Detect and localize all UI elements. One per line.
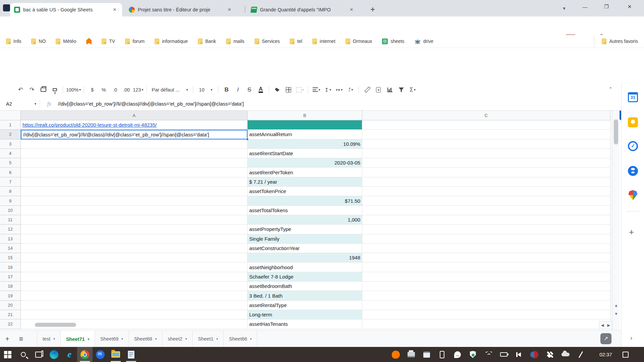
- insert-comment-button[interactable]: +: [373, 85, 383, 95]
- cell[interactable]: 2020-03-05: [248, 158, 362, 168]
- row-header[interactable]: 6: [0, 168, 21, 177]
- borders-button[interactable]: [283, 85, 293, 95]
- printer-tray-icon[interactable]: [406, 347, 417, 362]
- cell[interactable]: assetNeighborhood: [248, 263, 362, 272]
- new-tab-button[interactable]: +: [368, 5, 378, 15]
- cell[interactable]: 1,000: [248, 215, 362, 225]
- calendar-icon[interactable]: 31: [628, 92, 638, 102]
- thunderbird-icon[interactable]: [93, 347, 108, 362]
- cell[interactable]: [21, 225, 248, 234]
- side-panel-collapse-chevron[interactable]: ›: [630, 334, 632, 342]
- cell[interactable]: [362, 196, 610, 205]
- cell[interactable]: [362, 130, 610, 139]
- scroll-up-icon[interactable]: ▲: [612, 303, 620, 307]
- scroll-left-icon[interactable]: ◀: [601, 323, 604, 327]
- row-header[interactable]: 18: [0, 282, 21, 291]
- cell[interactable]: [362, 319, 610, 329]
- cell[interactable]: [21, 158, 248, 168]
- cell[interactable]: [21, 253, 248, 262]
- text-rotation-button[interactable]: ⤴▾: [345, 85, 356, 95]
- cell[interactable]: Single Family: [248, 234, 362, 244]
- format-percent-button[interactable]: %: [99, 85, 109, 95]
- cell[interactable]: [362, 215, 610, 225]
- cell[interactable]: [362, 177, 610, 187]
- text-color-button[interactable]: A: [256, 85, 266, 95]
- bookmark-item[interactable]: mails: [226, 39, 245, 44]
- sheet-tab-menu-icon[interactable]: ▾: [121, 337, 123, 341]
- cell[interactable]: [362, 158, 610, 168]
- row-header[interactable]: 1: [0, 120, 21, 130]
- cell[interactable]: [21, 234, 248, 244]
- all-sheets-button[interactable]: ≡: [15, 330, 28, 347]
- sheet-tab-sheet2[interactable]: sheet2▾: [162, 330, 193, 347]
- cell[interactable]: assetTokenPrice: [248, 187, 362, 196]
- tab-close-icon[interactable]: ×: [226, 6, 233, 13]
- cell[interactable]: [362, 225, 610, 234]
- row-header[interactable]: 11: [0, 215, 21, 225]
- scroll-right-icon[interactable]: ▶: [607, 323, 610, 327]
- formula-input[interactable]: //div[@class='et_pb_row']//li/@class|//d…: [58, 101, 621, 107]
- cell[interactable]: Schaefer 7-8 Lodge: [248, 272, 362, 282]
- functions-button[interactable]: Σ▾: [408, 85, 418, 95]
- defender-shield-tray-icon[interactable]: [467, 347, 478, 362]
- cell[interactable]: [21, 139, 248, 149]
- sheet-tab-sheet71[interactable]: Sheet71▾: [61, 330, 95, 347]
- sheet-tab-menu-icon[interactable]: ▾: [53, 337, 55, 341]
- cell[interactable]: $ 7.21 / year: [248, 177, 362, 187]
- sheet-tab-sheet66[interactable]: Sheet66▾: [224, 330, 258, 347]
- row-header[interactable]: 16: [0, 263, 21, 272]
- column-header-a[interactable]: A: [21, 111, 248, 120]
- undo-button[interactable]: ↶: [15, 85, 25, 95]
- bookmark-item[interactable]: forum: [125, 39, 145, 44]
- contacts-icon[interactable]: [628, 166, 638, 176]
- cell-link[interactable]: https://realt.co/product/old-20200-lesur…: [22, 122, 157, 128]
- row-header[interactable]: 12: [0, 225, 21, 234]
- more-formats-button[interactable]: 123▾: [133, 85, 143, 95]
- row-header[interactable]: 22: [0, 319, 21, 329]
- redo-button[interactable]: ↷: [27, 85, 37, 95]
- row-header[interactable]: 21: [0, 310, 21, 319]
- sheet-tab-sheet69[interactable]: Sheet69▾: [95, 330, 129, 347]
- cell[interactable]: [362, 253, 610, 262]
- wifi-tray-icon[interactable]: [483, 347, 494, 362]
- cell[interactable]: assetRentPerToken: [248, 168, 362, 177]
- cell[interactable]: [362, 263, 610, 272]
- cell[interactable]: assetBedroomBath: [248, 282, 362, 291]
- bookmark-item[interactable]: TV: [102, 39, 115, 44]
- other-bookmarks-button[interactable]: Autres favoris: [594, 35, 638, 48]
- fill-handle[interactable]: [246, 138, 249, 140]
- internet-explorer-icon[interactable]: e: [62, 347, 77, 362]
- tab-search-chevron-icon[interactable]: ▾: [559, 4, 569, 13]
- cell[interactable]: [21, 215, 248, 225]
- your-phone-tray-icon[interactable]: [436, 347, 447, 362]
- bookmark-item[interactable]: informatique: [155, 39, 188, 44]
- cell[interactable]: 10.09%: [248, 139, 362, 149]
- tasks-icon[interactable]: [628, 141, 638, 151]
- cell[interactable]: [21, 291, 248, 300]
- bookmark-item[interactable]: sheets: [382, 39, 404, 44]
- cell[interactable]: [21, 177, 248, 187]
- horizontal-scroll-arrows[interactable]: ◀ ▶: [599, 321, 612, 329]
- print-button[interactable]: [38, 85, 48, 95]
- vertical-scrollbar-thumb[interactable]: [614, 119, 618, 144]
- browser-tab[interactable]: bac à sable US - Google Sheets×: [10, 3, 122, 16]
- edge-icon[interactable]: [46, 347, 62, 362]
- row-header[interactable]: 3: [0, 139, 21, 149]
- sheet-tab-menu-icon[interactable]: ▾: [88, 338, 90, 341]
- task-view-button[interactable]: [31, 347, 46, 362]
- vertical-scrollbar[interactable]: ▲ ▼: [612, 111, 620, 330]
- row-header[interactable]: 5: [0, 158, 21, 168]
- cell[interactable]: [21, 263, 248, 272]
- cell[interactable]: [21, 196, 248, 205]
- row-header[interactable]: 10: [0, 206, 21, 215]
- row-header[interactable]: 15: [0, 253, 21, 262]
- add-sheet-button[interactable]: +: [0, 330, 15, 347]
- cell[interactable]: assetAnnualReturn: [248, 130, 362, 139]
- row-header[interactable]: 17: [0, 272, 21, 282]
- row-header[interactable]: 8: [0, 187, 21, 196]
- cell[interactable]: [362, 244, 610, 253]
- row-header[interactable]: 2: [0, 130, 21, 139]
- sheet-tab-menu-icon[interactable]: ▾: [155, 337, 157, 341]
- row-header[interactable]: 14: [0, 244, 21, 253]
- bookmark-item[interactable]: internet: [312, 39, 335, 44]
